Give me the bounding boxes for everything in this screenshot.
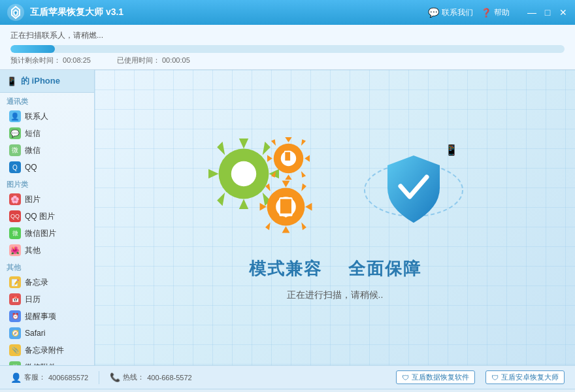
- minimize-btn[interactable]: —: [527, 7, 537, 18]
- sidebar-item-otherphotos[interactable]: 🌺 其他: [0, 242, 94, 259]
- sidebar-item-qqphoto[interactable]: QQ QQ 图片: [0, 208, 94, 225]
- maximize-btn[interactable]: □: [542, 7, 553, 18]
- shield-small-icon: 🛡: [402, 374, 409, 382]
- android-icon: 🛡: [491, 374, 499, 382]
- progress-bar-fill: [10, 45, 55, 53]
- footer-buttons: 返回主界面 导出选中记录 导出全部记录: [0, 389, 575, 392]
- qqphoto-icon: QQ: [9, 210, 21, 222]
- main-layout: 📱 的 iPhone 通讯类 👤 联系人 💬 短信 微 微信 Q QQ 图片类 …: [0, 70, 575, 365]
- chat-icon: 💬: [428, 7, 439, 18]
- progress-area: 正在扫描联系人，请稍燃... 预计剩余时间： 00:08:25 已使用时间： 0…: [0, 25, 575, 70]
- wechat-icon: 微: [9, 144, 21, 156]
- reminders-icon: ⏰: [9, 310, 21, 322]
- noteapp-icon: 📎: [9, 344, 21, 356]
- sms-label: 短信: [25, 128, 41, 139]
- sidebar-item-calendar[interactable]: 📅 日历: [0, 291, 94, 308]
- window-controls: — □ ✕: [527, 7, 568, 18]
- sidebar-item-sms[interactable]: 💬 短信: [0, 125, 94, 142]
- wechatphoto-label: 微信图片: [25, 228, 56, 239]
- sidebar-item-safari[interactable]: 🧭 Safari: [0, 325, 94, 342]
- device-label: 📱 的 iPhone: [0, 70, 94, 93]
- svg-rect-15: [285, 152, 290, 160]
- hero-section: ♪: [205, 135, 466, 301]
- used-time: 已使用时间： 00:00:05: [117, 56, 190, 65]
- question-icon: ❓: [481, 8, 491, 18]
- sidebar-item-reminders[interactable]: ⏰ 提醒事项: [0, 308, 94, 325]
- scanning-text: 正在进行扫描，请稍候..: [287, 289, 384, 301]
- sidebar-item-contacts[interactable]: 👤 联系人: [0, 108, 94, 125]
- help-label: 帮助: [494, 7, 510, 18]
- iphone-icon: 📱: [7, 76, 17, 86]
- service-label: 客服：: [24, 372, 46, 382]
- qq-icon: Q: [9, 161, 21, 173]
- hotline-number: 400-668-5572: [147, 374, 192, 382]
- otherphotos-label: 其他: [25, 245, 41, 256]
- section-other: 其他: [0, 259, 94, 274]
- tiny-gear-icon: [267, 137, 310, 180]
- qq-label: QQ: [25, 163, 37, 172]
- illustration: ♪: [205, 135, 466, 246]
- app-title: 互盾苹果恢复大师 v3.1: [30, 7, 428, 18]
- contacts-label: 联系人: [25, 111, 48, 122]
- progress-bar-container: [10, 45, 565, 53]
- wechatphoto-icon: 微: [9, 227, 21, 239]
- remaining-time: 预计剩余时间： 00:08:25: [10, 56, 91, 65]
- reminders-label: 提醒事项: [25, 311, 56, 322]
- section-comms: 通讯类: [0, 93, 94, 108]
- svg-point-11: [284, 215, 286, 217]
- close-btn[interactable]: ✕: [558, 7, 568, 18]
- safari-icon: 🧭: [9, 327, 21, 339]
- contact-label: 联系我们: [442, 7, 473, 18]
- hotline-label: 热线：: [123, 372, 144, 382]
- svg-text:♪: ♪: [238, 166, 246, 182]
- hotline-info: 📞 热线： 400-668-5572: [110, 372, 192, 382]
- content-area: ♪: [95, 70, 575, 365]
- progress-times: 预计剩余时间： 00:08:25 已使用时间： 00:00:05: [10, 56, 565, 65]
- svg-rect-10: [280, 199, 291, 213]
- photo-label: 图片: [25, 194, 41, 205]
- service-info: 👤 客服： 4006685572: [10, 372, 88, 383]
- app-logo: [7, 3, 25, 22]
- info-bar: 👤 客服： 4006685572 📞 热线： 400-668-5572 🛡 互盾…: [0, 365, 575, 389]
- photo-icon: 🌸: [9, 193, 21, 205]
- info-divider-1: [99, 371, 99, 384]
- sidebar-item-noteapp[interactable]: 📎 备忘录附件: [0, 342, 94, 359]
- tagline-right: 全面保障: [348, 257, 421, 280]
- sidebar-item-photo[interactable]: 🌸 图片: [0, 191, 94, 208]
- noteapp-label: 备忘录附件: [25, 345, 64, 356]
- calendar-icon: 📅: [9, 293, 21, 305]
- titlebar: 互盾苹果恢复大师 v3.1 💬 联系我们 ❓ 帮助 — □ ✕: [0, 0, 575, 25]
- hero-tagline: 模式兼容 全面保障: [249, 257, 421, 280]
- contact-us-btn[interactable]: 💬 联系我们: [428, 7, 473, 18]
- small-gear-icon: [258, 179, 314, 235]
- phone-orbit-icon: 📱: [445, 144, 458, 156]
- progress-status: 正在扫描联系人，请稍燃...: [10, 30, 565, 41]
- android-recovery-btn[interactable]: 🛡 互盾安卓恢复大师: [485, 370, 565, 384]
- sidebar-item-wechat[interactable]: 微 微信: [0, 142, 94, 159]
- service-number: 4006685572: [48, 374, 88, 382]
- contacts-icon: 👤: [9, 110, 21, 122]
- sidebar: 📱 的 iPhone 通讯类 👤 联系人 💬 短信 微 微信 Q QQ 图片类 …: [0, 70, 95, 365]
- safari-label: Safari: [25, 329, 45, 338]
- shield-group: 📱: [361, 135, 466, 246]
- shield-icon: [381, 152, 446, 227]
- help-btn[interactable]: ❓ 帮助: [481, 7, 510, 18]
- data-recovery-btn[interactable]: 🛡 互盾数据恢复软件: [396, 370, 475, 384]
- wechatnote-label: 微信附件: [25, 362, 56, 366]
- notes-icon: 📝: [9, 276, 21, 288]
- sidebar-item-wechatnote[interactable]: 微 微信附件: [0, 359, 94, 365]
- titlebar-actions: 💬 联系我们 ❓ 帮助 — □ ✕: [428, 7, 568, 18]
- notes-label: 备忘录: [25, 277, 48, 288]
- section-photos: 图片类: [0, 176, 94, 191]
- otherphotos-icon: 🌺: [9, 244, 21, 256]
- service-avatar: 👤: [10, 372, 22, 383]
- phone-icon: 📞: [110, 372, 120, 382]
- wechat-label: 微信: [25, 145, 41, 156]
- wechatnote-icon: 微: [9, 361, 21, 365]
- qqphoto-label: QQ 图片: [25, 211, 55, 222]
- sidebar-item-wechatphoto[interactable]: 微 微信图片: [0, 225, 94, 242]
- calendar-label: 日历: [25, 294, 41, 305]
- sidebar-item-notes[interactable]: 📝 备忘录: [0, 274, 94, 291]
- sidebar-item-qq[interactable]: Q QQ: [0, 159, 94, 176]
- tagline-left: 模式兼容: [249, 257, 322, 280]
